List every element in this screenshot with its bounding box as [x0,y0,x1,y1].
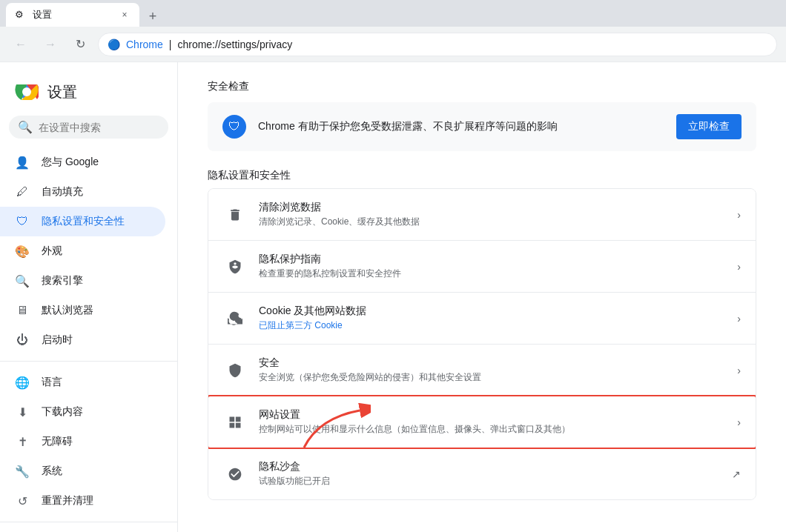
clear-browsing-item[interactable]: 清除浏览数据 清除浏览记录、Cookie、缓存及其他数据 › [208,189,756,241]
tab-bar: ⚙ 设置 × + [0,0,786,27]
sidebar-item-autofill[interactable]: 🖊 自动填充 [0,177,165,207]
sidebar-item-label: 启动时 [42,333,73,347]
cookies-title: Cookie 及其他网站数据 [259,305,725,318]
sidebar-item-privacy[interactable]: 🛡 隐私设置和安全性 [0,207,165,236]
chevron-right-icon-2: › [737,261,741,273]
nav-bar: ← → ↻ 🔵 Chrome | chrome://settings/priva… [0,27,786,62]
site-settings-item[interactable]: 网站设置 控制网站可以使用和显示什么信息（如位置信息、摄像头、弹出式窗口及其他）… [208,396,756,448]
privacy-guide-content: 隐私保护指南 检查重要的隐私控制设置和安全控件 [259,253,725,280]
clear-browsing-content: 清除浏览数据 清除浏览记录、Cookie、缓存及其他数据 [259,201,725,228]
sidebar-item-appearance[interactable]: 🎨 外观 [0,236,165,266]
palette-icon: 🎨 [15,244,30,259]
tab-gear-icon: ⚙ [15,9,27,21]
privacy-guide-subtitle: 检查重要的隐私控制设置和安全控件 [259,267,725,280]
sidebar-item-system[interactable]: 🔧 系统 [0,456,165,486]
address-bar[interactable]: 🔵 Chrome | chrome://settings/privacy [98,33,777,56]
safety-section-title: 安全检查 [208,80,756,93]
chevron-right-icon-5: › [737,416,741,428]
private-sandbox-content: 隐私沙盒 试验版功能已开启 [259,460,720,488]
forward-button[interactable]: → [39,33,62,56]
download-icon: ⬇ [15,405,30,419]
startup-icon: ⏻ [15,333,30,348]
sidebar-header: 设置 [0,74,177,116]
private-sandbox-item[interactable]: 隐私沙盒 试验版功能已开启 ↗ [208,448,756,499]
privacy-guide-item[interactable]: 隐私保护指南 检查重要的隐私控制设置和安全控件 › [208,241,756,293]
site-settings-subtitle: 控制网站可以使用和显示什么信息（如位置信息、摄像头、弹出式窗口及其他） [259,423,725,436]
safety-check-button[interactable]: 立即检查 [676,114,742,139]
sidebar-item-label: 语言 [42,376,62,389]
search-input[interactable] [39,122,159,133]
sidebar-item-accessibility[interactable]: ✝ 无障碍 [0,427,165,456]
reload-button[interactable]: ↻ [68,33,92,56]
security-item[interactable]: 安全 安全浏览（保护您免受危险网站的侵害）和其他安全设置 › [208,345,756,396]
forward-icon: → [44,38,56,51]
chevron-right-icon: › [737,209,741,221]
sidebar-item-label: 默认浏览器 [42,304,93,317]
browser-frame: ⚙ 设置 × + ← → ↻ 🔵 Chrome | chrome://setti… [0,0,786,532]
sidebar-item-reset[interactable]: ↺ 重置并清理 [0,486,165,516]
security-shield-icon [223,359,247,382]
search-box[interactable]: 🔍 [9,116,168,139]
clear-browsing-title: 清除浏览数据 [259,201,725,214]
security-content: 安全 安全浏览（保护您免受危险网站的侵害）和其他安全设置 [259,356,725,384]
security-title: 安全 [259,356,725,370]
private-sandbox-icon [223,462,247,486]
address-separator: | [169,39,172,50]
sidebar-item-label: 隐私设置和安全性 [42,215,125,228]
trash-icon [223,203,247,227]
new-tab-button[interactable]: + [142,6,163,27]
search-icon: 🔍 [18,120,33,134]
content-area: 设置 🔍 👤 您与 Google 🖊 自动填充 🛡 隐私设置和安全性 🎨 外观 [0,62,786,532]
privacy-section-title: 隐私设置和安全性 [208,169,756,182]
tab-close-button[interactable]: × [119,9,131,21]
cookies-item[interactable]: Cookie 及其他网站数据 已阻止第三方 Cookie › [208,293,756,345]
sidebar: 设置 🔍 👤 您与 Google 🖊 自动填充 🛡 隐私设置和安全性 🎨 外观 [0,62,178,532]
sidebar-divider [0,361,177,362]
default-browser-icon: 🖥 [15,303,30,318]
search-engine-icon: 🔍 [15,273,30,288]
site-settings-title: 网站设置 [259,408,725,422]
sidebar-item-search[interactable]: 🔍 搜索引擎 [0,266,165,296]
sidebar-item-label: 重置并清理 [42,494,93,508]
sidebar-item-startup[interactable]: ⏻ 启动时 [0,325,165,355]
accessibility-icon: ✝ [15,434,30,449]
sidebar-item-label: 您与 Google [42,156,99,169]
chrome-logo-icon [15,80,39,104]
address-path: chrome://settings/privacy [177,39,292,50]
tab-title: 设置 [33,8,113,21]
sidebar-item-download[interactable]: ⬇ 下载内容 [0,397,165,427]
sidebar-item-label: 系统 [42,465,62,478]
settings-page-title: 设置 [47,82,77,102]
sidebar-item-google[interactable]: 👤 您与 Google [0,147,165,177]
sidebar-item-extensions[interactable]: 🧩 扩展程序 ↗ [0,528,165,532]
sidebar-divider-2 [0,522,177,522]
sidebar-item-language[interactable]: 🌐 语言 [0,368,165,397]
autofill-icon: 🖊 [15,184,30,199]
safety-shield-icon: 🛡 [222,115,246,139]
privacy-settings-list: 清除浏览数据 清除浏览记录、Cookie、缓存及其他数据 › 隐私保护指南 检查… [208,188,756,500]
sidebar-item-default-browser[interactable]: 🖥 默认浏览器 [0,296,165,325]
shield-icon: 🛡 [15,214,30,229]
cookie-icon [223,307,247,330]
language-icon: 🌐 [15,375,30,390]
eye-shield-icon [223,255,247,279]
chevron-right-icon-4: › [737,365,741,376]
site-settings-content: 网站设置 控制网站可以使用和显示什么信息（如位置信息、摄像头、弹出式窗口及其他） [259,408,725,436]
private-sandbox-title: 隐私沙盒 [259,460,720,473]
sidebar-item-label: 搜索引擎 [42,274,83,287]
address-app-name: Chrome [126,39,163,50]
clear-browsing-subtitle: 清除浏览记录、Cookie、缓存及其他数据 [259,216,725,228]
external-icon: ↗ [732,468,741,480]
main-wrapper: 安全检查 🛡 Chrome 有助于保护您免受数据泄露、不良扩展程序等问题的影响 … [178,62,786,532]
back-icon: ← [15,38,27,51]
person-icon: 👤 [15,155,30,170]
sidebar-item-label: 下载内容 [42,405,83,419]
cookies-subtitle: 已阻止第三方 Cookie [259,319,725,332]
address-info-icon: 🔵 [108,39,120,50]
back-button[interactable]: ← [9,33,33,56]
chevron-right-icon-3: › [737,313,741,325]
sidebar-item-label: 外观 [42,245,62,258]
safety-check-card: 🛡 Chrome 有助于保护您免受数据泄露、不良扩展程序等问题的影响 立即检查 [208,102,756,151]
settings-tab[interactable]: ⚙ 设置 × [6,3,139,27]
reset-icon: ↺ [15,493,30,508]
